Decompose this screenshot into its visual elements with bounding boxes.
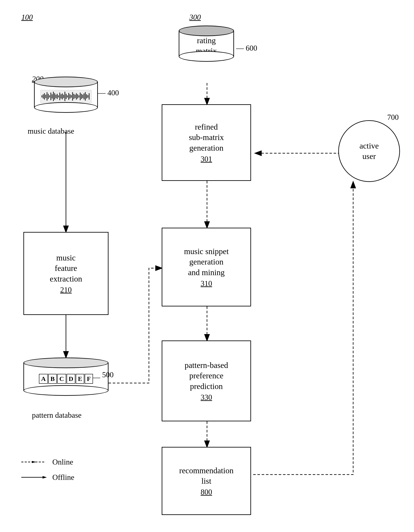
svg-rect-24 [58, 95, 59, 97]
ref-400: — 400 [98, 88, 119, 97]
svg-rect-29 [65, 92, 65, 101]
svg-rect-26 [61, 94, 61, 98]
pattern-c: C [57, 374, 66, 384]
pattern-d: D [66, 374, 75, 384]
svg-rect-12 [43, 94, 44, 98]
pattern-f: F [85, 374, 93, 384]
svg-rect-17 [49, 95, 50, 97]
svg-rect-16 [48, 94, 49, 99]
pattern-e: E [76, 374, 84, 384]
ref-600: — 600 [236, 44, 257, 53]
ref-100: 100 [21, 13, 33, 22]
recommendation-box: recommendationlist 800 [162, 447, 251, 515]
music-snippet-box: music snippetgenerationand mining 310 [162, 228, 251, 306]
pattern-db-label: pattern database [32, 411, 82, 420]
refined-submatrix-box: refinedsub-matrixgeneration 301 [162, 104, 251, 181]
svg-rect-27 [62, 94, 63, 99]
ref-500: 500 [102, 370, 113, 379]
ref-700: 700 [387, 113, 399, 122]
pattern-b: B [48, 374, 57, 384]
svg-rect-35 [72, 92, 73, 101]
music-snippet-ref: 310 [201, 279, 212, 288]
svg-rect-43 [82, 95, 83, 98]
recommendation-ref: 800 [201, 487, 212, 496]
svg-rect-30 [66, 94, 66, 99]
svg-rect-39 [77, 94, 78, 98]
svg-rect-25 [59, 93, 60, 100]
svg-rect-38 [76, 93, 77, 100]
svg-rect-11 [41, 95, 42, 97]
refined-submatrix-ref: 301 [201, 154, 212, 163]
svg-rect-19 [52, 94, 53, 98]
svg-marker-53 [43, 476, 47, 479]
svg-rect-13 [44, 93, 45, 100]
svg-rect-14 [45, 95, 46, 98]
online-label: Online [52, 457, 73, 466]
svg-rect-37 [75, 95, 75, 98]
svg-rect-22 [56, 95, 56, 98]
svg-rect-32 [68, 93, 69, 100]
legend: Online Offline [21, 457, 74, 482]
music-feature-ref: 210 [60, 285, 72, 294]
pattern-a: A [39, 374, 48, 384]
svg-rect-45 [85, 92, 86, 101]
svg-rect-42 [81, 94, 82, 99]
music-feature-box: musicfeatureextraction 210 [23, 232, 109, 315]
svg-rect-28 [63, 95, 64, 98]
ref-300: 300 [189, 13, 201, 22]
svg-rect-48 [89, 93, 90, 100]
music-db-label: music database [28, 127, 74, 135]
ref-500-dash: — [93, 373, 100, 382]
svg-rect-21 [54, 93, 55, 100]
recommendation-label: recommendationlist [179, 466, 233, 486]
svg-rect-33 [70, 94, 70, 98]
svg-rect-41 [80, 93, 81, 100]
svg-rect-47 [87, 95, 88, 98]
pattern-preference-label: pattern-basedpreferenceprediction [185, 360, 228, 391]
offline-label: Offline [52, 473, 74, 482]
svg-rect-34 [71, 95, 72, 98]
rating-matrix-cylinder: ratingmatrix [179, 26, 234, 62]
pattern-preference-ref: 330 [201, 393, 212, 402]
svg-rect-40 [78, 95, 79, 97]
svg-rect-20 [53, 92, 54, 101]
svg-rect-44 [84, 94, 85, 99]
svg-rect-23 [57, 94, 58, 99]
music-db-cylinder [34, 76, 98, 113]
active-user-ellipse: activeuser [338, 120, 400, 182]
music-snippet-label: music snippetgenerationand mining [184, 246, 229, 278]
svg-rect-31 [67, 95, 68, 97]
svg-rect-36 [73, 94, 74, 99]
active-user-label: activeuser [359, 141, 379, 162]
music-feature-label: musicfeatureextraction [50, 253, 82, 284]
pattern-preference-box: pattern-basedpreferenceprediction 330 [162, 341, 251, 421]
diagram: 100 300 200 ratingmatrix — 600 refinedsu… [0, 0, 414, 532]
svg-rect-15 [47, 92, 47, 101]
svg-rect-46 [86, 94, 87, 98]
refined-submatrix-label: refinedsub-matrixgeneration [189, 122, 224, 153]
svg-rect-18 [50, 93, 51, 100]
